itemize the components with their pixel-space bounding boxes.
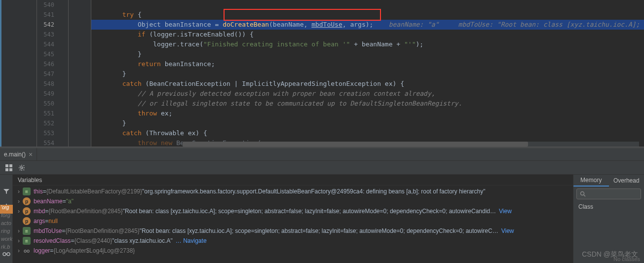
svg-point-6 [7,253,10,256]
tab-overhead[interactable]: Overhead [609,175,644,187]
expand-icon[interactable]: › [15,208,23,215]
variable-row[interactable]: › ≡ this = {DefaultListableBeanFactory@2… [15,187,571,196]
left-gutter [0,0,37,147]
debug-tab-bar: e.main()× [0,148,644,161]
code-line[interactable]: } [91,69,644,79]
expand-icon[interactable]: › [15,198,23,205]
svg-rect-2 [5,168,8,171]
view-link[interactable]: View [499,208,512,215]
variable-row[interactable]: › ≡ mbdToUse = {RootBeanDefinition@2845}… [15,226,571,236]
svg-point-4 [21,167,23,169]
no-classes-label: No classes [613,256,640,262]
layout-icon[interactable] [4,163,14,173]
svg-point-5 [3,253,6,256]
code-line[interactable]: if (logger.isTraceEnabled()) { [91,30,644,39]
svg-rect-0 [5,164,8,167]
code-line[interactable]: throw ex; [91,109,644,118]
code-line[interactable]: // A previously detected exception with … [91,89,644,99]
close-icon[interactable]: × [29,150,33,158]
navigate-link[interactable]: … Navigate [176,237,207,244]
expand-icon[interactable]: › [15,227,23,234]
code-line[interactable]: } [91,118,644,128]
filter-icon[interactable] [1,187,11,196]
debug-toolbar [0,161,644,175]
parameter-icon: p [23,197,31,205]
variables-header: Variables [13,175,573,186]
settings-icon[interactable] [17,163,27,173]
parameter-icon: p [23,207,31,215]
code-line[interactable]: // or illegal singleton state to be comm… [91,99,644,109]
svg-point-7 [581,192,584,195]
search-input[interactable] [576,188,641,199]
expand-icon[interactable]: › [15,188,23,195]
fold-gutter [64,0,91,147]
class-header: Class [573,201,644,212]
code-editor[interactable]: 540 541 542 543 544 545 546 547 548 549 … [0,0,644,147]
sidebar-tabs-vertical[interactable]: forg acto ring work rk.b [1,212,12,252]
variable-row[interactable]: › p beanName = "a" [15,196,571,206]
search-icon [580,191,586,197]
expand-icon[interactable]: › [15,237,23,244]
variables-tree[interactable]: › ≡ this = {DefaultListableBeanFactory@2… [13,186,573,257]
variable-row[interactable]: p args = null [15,216,571,226]
code-line[interactable]: return beanInstance; [91,59,644,69]
code-line[interactable]: catch (BeanCreationException | Implicitl… [91,79,644,89]
view-link[interactable]: View [501,227,514,234]
line-number-gutter: 540 541 542 543 544 545 546 547 548 549 … [37,0,64,147]
debug-tab-main[interactable]: e.main()× [0,148,37,160]
tab-memory[interactable]: Memory [573,175,609,187]
code-line[interactable] [91,0,644,10]
svg-rect-1 [9,164,12,167]
code-line[interactable]: } [91,49,644,59]
code-content[interactable]: try { Object beanInstance = doCreateBean… [91,0,644,147]
code-line[interactable]: try { [91,10,644,20]
variable-row[interactable]: › oo logger = {LogAdapter$Log4jLog@2738} [15,246,571,256]
code-line[interactable]: logger.trace("Finished creating instance… [91,39,644,49]
variable-row[interactable]: › ≡ resolvedClass = {Class@2440} "class … [15,236,571,246]
code-line[interactable]: catch (Throwable ex) { [91,128,644,138]
svg-rect-3 [9,168,12,171]
object-icon: oo [23,247,31,255]
code-line-highlighted[interactable]: Object beanInstance = doCreateBean(beanN… [91,20,644,30]
variable-row[interactable]: › p mbd = {RootBeanDefinition@2845} "Roo… [15,206,571,216]
variable-icon: ≡ [23,227,31,235]
variable-icon: ≡ [23,237,31,245]
variable-icon: ≡ [23,188,31,195]
parameter-icon: p [23,217,31,225]
expand-icon[interactable]: › [15,247,23,254]
variables-panel: Variables › ≡ this = {DefaultListableBea… [13,175,573,263]
horizontal-scrollbar[interactable] [183,142,639,147]
expand-icon [15,218,23,225]
